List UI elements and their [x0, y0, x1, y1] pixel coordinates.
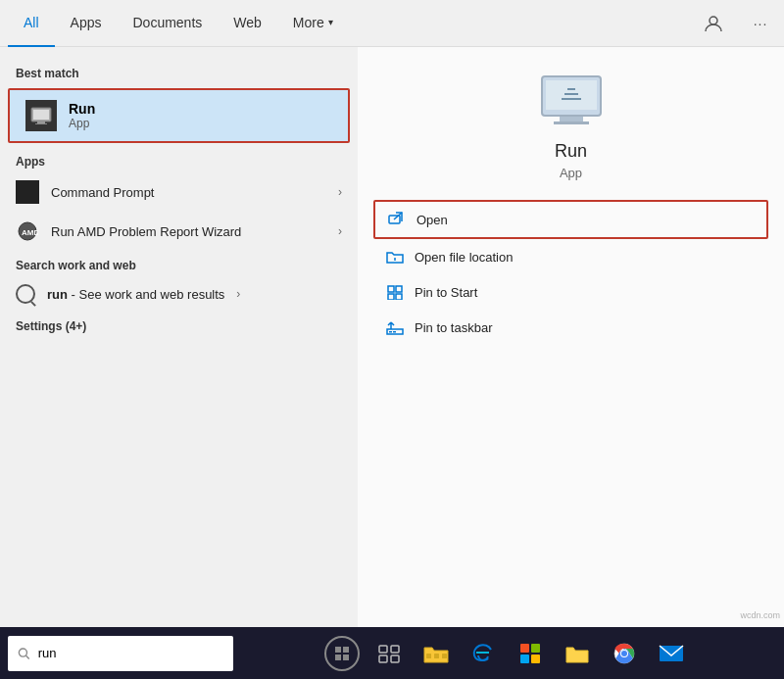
svg-rect-33 — [391, 655, 399, 662]
file-manager-button[interactable] — [556, 632, 599, 675]
open-file-location-icon — [385, 247, 405, 267]
command-prompt-icon — [16, 180, 39, 204]
open-file-location-label: Open file location — [415, 250, 513, 265]
search-web-item[interactable]: run - See work and web results › — [0, 276, 358, 312]
taskbar-search-box[interactable] — [8, 636, 233, 671]
svg-rect-20 — [396, 294, 402, 300]
search-circle-icon — [16, 284, 35, 304]
best-match-run-item[interactable]: Run App — [8, 88, 350, 143]
svg-rect-22 — [389, 331, 392, 333]
taskbar-icons — [233, 632, 780, 675]
svg-rect-23 — [393, 331, 396, 333]
tab-more[interactable]: More ▾ — [277, 0, 349, 47]
run-item-text: Run App — [69, 101, 95, 130]
svg-rect-9 — [560, 117, 583, 121]
svg-rect-38 — [531, 644, 540, 653]
run-item-title: Run — [69, 101, 95, 117]
pin-to-taskbar-icon — [385, 317, 405, 337]
chevron-down-icon: ▾ — [328, 17, 333, 27]
run-app-type-large: App — [560, 166, 582, 180]
taskbar-search-input[interactable] — [38, 646, 223, 660]
amd-chevron-icon: › — [338, 224, 342, 238]
tab-all[interactable]: All — [8, 0, 55, 47]
pin-to-taskbar-item[interactable]: Pin to taskbar — [373, 310, 768, 345]
svg-line-25 — [26, 655, 29, 658]
open-action-item[interactable]: Open — [373, 200, 768, 239]
pin-to-start-item[interactable]: Pin to Start — [373, 274, 768, 310]
run-large-icon — [532, 71, 611, 129]
chevron-right-icon: › — [338, 185, 342, 199]
chrome-button[interactable] — [603, 632, 646, 675]
svg-rect-32 — [379, 655, 387, 662]
taskbar-search-icon — [18, 647, 30, 660]
file-explorer-icon — [423, 643, 449, 664]
tabs-row: All Apps Documents Web More ▾ ··· — [0, 0, 784, 47]
settings-label: Settings (4+) — [0, 312, 358, 337]
svg-rect-29 — [343, 655, 349, 660]
open-label: Open — [416, 213, 448, 227]
svg-rect-3 — [37, 121, 45, 123]
svg-rect-36 — [442, 654, 447, 658]
svg-rect-10 — [554, 121, 589, 124]
svg-rect-2 — [33, 110, 49, 120]
command-prompt-item[interactable]: Command Prompt › — [0, 172, 358, 212]
apps-section-label: Apps — [0, 147, 358, 172]
svg-rect-40 — [531, 655, 540, 663]
edge-icon — [471, 642, 495, 665]
left-panel: Best match Run App Apps — [0, 47, 358, 627]
svg-rect-17 — [388, 286, 394, 292]
search-panel: All Apps Documents Web More ▾ ··· — [0, 0, 784, 627]
file-explorer-button[interactable] — [415, 632, 458, 675]
amd-icon: AMD — [16, 219, 39, 243]
watermark: wcdn.com — [740, 610, 780, 620]
run-app-name-large: Run — [555, 141, 587, 162]
open-file-location-item[interactable]: Open file location — [373, 239, 768, 274]
store-icon — [518, 642, 542, 665]
windows-circle-icon — [324, 636, 360, 671]
svg-rect-4 — [35, 123, 47, 124]
amd-wizard-item[interactable]: AMD Run AMD Problem Report Wizard › — [0, 212, 358, 251]
chrome-icon — [612, 642, 636, 665]
svg-rect-31 — [391, 646, 399, 653]
pin-to-taskbar-label: Pin to taskbar — [415, 320, 493, 335]
svg-point-43 — [621, 651, 627, 656]
svg-rect-28 — [335, 655, 341, 660]
edge-browser-button[interactable] — [462, 632, 505, 675]
tab-apps[interactable]: Apps — [55, 0, 118, 47]
run-app-icon — [25, 100, 57, 131]
store-button[interactable] — [509, 632, 552, 675]
tab-web[interactable]: Web — [218, 0, 277, 47]
ellipsis-icon[interactable]: ··· — [745, 8, 776, 39]
mail-icon — [659, 643, 684, 664]
start-button[interactable] — [320, 632, 364, 675]
svg-rect-19 — [388, 294, 394, 300]
run-item-subtitle: App — [69, 117, 95, 130]
svg-point-24 — [19, 649, 26, 656]
pin-to-start-icon — [385, 282, 405, 302]
right-panel: Run App Open — [358, 47, 784, 627]
svg-rect-27 — [343, 647, 349, 653]
content-area: Best match Run App Apps — [0, 47, 784, 627]
search-web-text: run - See work and web results — [47, 287, 224, 302]
task-view-button[interactable] — [368, 632, 411, 675]
svg-rect-18 — [396, 286, 402, 292]
pin-to-start-label: Pin to Start — [415, 285, 477, 300]
svg-text:AMD: AMD — [22, 228, 38, 237]
svg-rect-34 — [426, 654, 431, 658]
search-web-chevron-icon: › — [236, 287, 240, 301]
tab-documents[interactable]: Documents — [117, 0, 218, 47]
task-view-icon — [377, 642, 401, 665]
svg-rect-39 — [520, 655, 529, 663]
amd-wizard-label: Run AMD Problem Report Wizard — [51, 224, 326, 239]
best-match-label: Best match — [0, 59, 358, 84]
taskbar — [0, 627, 784, 679]
person-icon[interactable] — [698, 8, 729, 39]
header-actions: ··· — [698, 8, 776, 39]
mail-button[interactable] — [650, 632, 693, 675]
svg-point-0 — [710, 17, 717, 24]
open-icon — [387, 210, 407, 229]
svg-rect-26 — [335, 647, 341, 653]
file-manager-icon — [564, 643, 590, 664]
svg-rect-37 — [520, 644, 529, 653]
search-web-label: Search work and web — [0, 251, 358, 276]
